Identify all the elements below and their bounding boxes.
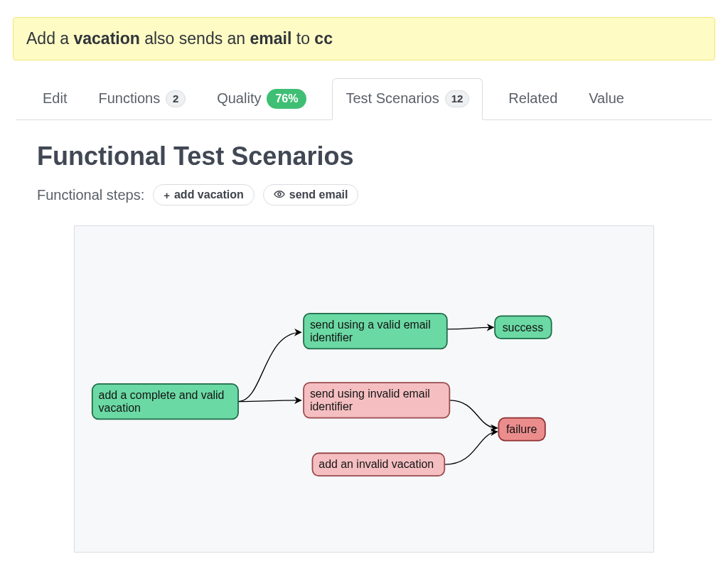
eye-icon bbox=[274, 188, 285, 202]
node-label: send using a valid email bbox=[310, 319, 431, 331]
banner-text: also sends an bbox=[140, 29, 250, 48]
tab-label: Functions bbox=[98, 90, 160, 107]
node-label: add a complete and valid bbox=[99, 389, 225, 401]
banner-bold-text: vacation bbox=[74, 29, 140, 48]
functional-steps-row: Functional steps: + add vacation send em… bbox=[37, 184, 691, 206]
pill-label: send email bbox=[289, 188, 348, 201]
node-label: identifier bbox=[310, 400, 353, 412]
node-add-valid-vacation[interactable]: add a complete and valid vacation bbox=[92, 384, 238, 420]
tab-value[interactable]: Value bbox=[583, 78, 630, 119]
test-scenarios-count-badge: 12 bbox=[445, 90, 470, 107]
node-label: add an invalid vacation bbox=[318, 458, 434, 470]
node-label: send using invalid email bbox=[310, 388, 430, 400]
edge-invalid-vacation-to-failure bbox=[444, 432, 497, 464]
node-label: success bbox=[503, 321, 544, 334]
functions-count-badge: 2 bbox=[166, 90, 186, 107]
banner-bold-text: cc bbox=[314, 29, 333, 48]
steps-label: Functional steps: bbox=[37, 187, 144, 203]
node-add-invalid-vacation[interactable]: add an invalid vacation bbox=[312, 453, 444, 476]
tab-test-scenarios[interactable]: Test Scenarios 12 bbox=[332, 78, 483, 120]
node-send-invalid-email[interactable]: send using invalid email identifier bbox=[304, 383, 449, 418]
node-send-valid-email[interactable]: send using a valid email identifier bbox=[304, 314, 447, 349]
title-banner: Add a vacation also sends an email to cc bbox=[13, 17, 715, 60]
tab-label: Test Scenarios bbox=[346, 90, 439, 107]
banner-bold-text: email bbox=[250, 29, 292, 48]
banner-text: Add a bbox=[26, 29, 74, 48]
tab-label: Related bbox=[508, 90, 557, 107]
tab-label: Value bbox=[589, 90, 624, 107]
section-title: Functional Test Scenarios bbox=[37, 142, 691, 171]
plus-icon: + bbox=[164, 189, 170, 201]
tab-label: Edit bbox=[43, 90, 67, 107]
tab-related[interactable]: Related bbox=[503, 78, 563, 119]
svg-point-0 bbox=[278, 193, 281, 196]
tab-functions[interactable]: Functions 2 bbox=[92, 78, 191, 119]
node-failure[interactable]: failure bbox=[498, 418, 545, 441]
pill-add-vacation[interactable]: + add vacation bbox=[153, 184, 255, 206]
tab-label: Quality bbox=[217, 90, 261, 107]
node-label: failure bbox=[506, 423, 537, 435]
pill-send-email[interactable]: send email bbox=[263, 184, 359, 206]
scenario-canvas: add a complete and valid vacation send u… bbox=[74, 225, 654, 553]
tab-edit[interactable]: Edit bbox=[37, 78, 73, 119]
pill-label: add vacation bbox=[174, 188, 244, 201]
edge-valid-email-to-success bbox=[447, 327, 493, 329]
node-label: identifier bbox=[310, 331, 353, 343]
edge-invalid-email-to-failure bbox=[449, 400, 497, 428]
quality-percent-badge: 76% bbox=[267, 89, 306, 109]
scenario-diagram: add a complete and valid vacation send u… bbox=[75, 226, 653, 552]
edge-valid-vacation-to-valid-email bbox=[238, 332, 301, 401]
tabs-bar: Edit Functions 2 Quality 76% Test Scenar… bbox=[16, 78, 712, 120]
edge-valid-vacation-to-invalid-email bbox=[238, 400, 301, 402]
node-success[interactable]: success bbox=[495, 316, 552, 339]
node-label: vacation bbox=[99, 402, 141, 414]
tab-quality[interactable]: Quality 76% bbox=[211, 78, 312, 119]
banner-text: to bbox=[291, 29, 314, 48]
